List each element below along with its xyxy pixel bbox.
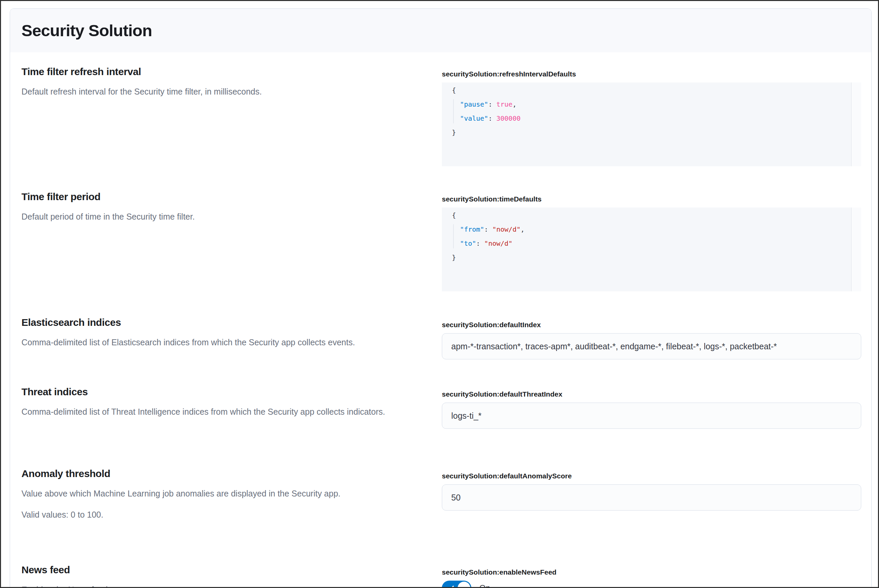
settings-card-header: Security Solution bbox=[10, 9, 871, 52]
setting-description: Enables the News feed bbox=[21, 584, 417, 588]
setting-input-default-index[interactable] bbox=[442, 333, 861, 359]
page-title: Security Solution bbox=[21, 21, 152, 40]
editor-scrollbar[interactable] bbox=[851, 207, 861, 291]
setting-info: Time filter refresh intervalDefault refr… bbox=[21, 66, 442, 98]
setting-info: Elasticsearch indicesComma-delimited lis… bbox=[21, 316, 442, 348]
setting-description: Comma-delimited list of Threat Intellige… bbox=[21, 406, 417, 418]
enable-news-feed-toggle[interactable] bbox=[442, 580, 471, 588]
setting-title: Time filter refresh interval bbox=[21, 66, 428, 78]
setting-title: Threat indices bbox=[21, 386, 428, 398]
code-line: { bbox=[452, 83, 850, 97]
setting-control: securitySolution:defaultThreatIndex bbox=[442, 386, 861, 429]
setting-title: News feed bbox=[21, 564, 428, 576]
check-icon bbox=[446, 584, 455, 588]
setting-key-label: securitySolution:enableNewsFeed bbox=[442, 568, 861, 577]
indent-guide bbox=[453, 99, 454, 123]
setting-key-label: securitySolution:timeDefaults bbox=[442, 195, 861, 204]
code-line: { bbox=[452, 208, 850, 222]
editor-scrollbar[interactable] bbox=[851, 82, 861, 166]
setting-key-label: securitySolution:defaultAnomalyScore bbox=[442, 472, 861, 480]
setting-description: Default period of time in the Security t… bbox=[21, 211, 417, 223]
setting-info: Anomaly thresholdValue above which Machi… bbox=[21, 468, 442, 520]
setting-title: Time filter period bbox=[21, 191, 428, 203]
setting-key-label: securitySolution:defaultIndex bbox=[442, 321, 861, 329]
code-line: } bbox=[452, 250, 850, 264]
setting-row-time-defaults: Time filter periodDefault period of time… bbox=[21, 191, 861, 291]
setting-key-label: securitySolution:defaultThreatIndex bbox=[442, 390, 861, 399]
setting-input-default-anomaly-score[interactable] bbox=[442, 484, 861, 510]
toggle-state-label: On bbox=[479, 583, 490, 588]
setting-description: Default refresh interval for the Securit… bbox=[21, 86, 417, 98]
setting-control: securitySolution:timeDefaults{ "from": "… bbox=[442, 191, 861, 291]
code-line: "from": "now/d", bbox=[452, 222, 850, 236]
setting-row-default-anomaly-score: Anomaly thresholdValue above which Machi… bbox=[21, 468, 861, 520]
code-line: "to": "now/d" bbox=[452, 236, 850, 250]
json-editor-time-defaults[interactable]: { "from": "now/d", "to": "now/d"} bbox=[442, 207, 861, 291]
json-editor-refresh-interval-defaults[interactable]: { "pause": true, "value": 300000} bbox=[442, 82, 861, 166]
setting-row-default-threat-index: Threat indicesComma-delimited list of Th… bbox=[21, 386, 861, 429]
setting-control: securitySolution:enableNewsFeedOn bbox=[442, 564, 861, 588]
setting-title: Elasticsearch indices bbox=[21, 316, 428, 328]
indent-guide bbox=[453, 224, 454, 248]
setting-row-refresh-interval-defaults: Time filter refresh intervalDefault refr… bbox=[21, 66, 861, 166]
setting-row-default-index: Elasticsearch indicesComma-delimited lis… bbox=[21, 316, 861, 359]
setting-control: securitySolution:defaultIndex bbox=[442, 316, 861, 359]
setting-row-enable-news-feed: News feedEnables the News feedsecuritySo… bbox=[21, 564, 861, 588]
toggle-knob bbox=[458, 582, 470, 588]
setting-input-default-threat-index[interactable] bbox=[442, 403, 861, 429]
code-line: "value": 300000 bbox=[452, 111, 850, 125]
setting-info: Threat indicesComma-delimited list of Th… bbox=[21, 386, 442, 418]
settings-card: Security Solution Time filter refresh in… bbox=[10, 8, 872, 588]
setting-description: Valid values: 0 to 100. bbox=[21, 509, 417, 520]
setting-control: securitySolution:refreshIntervalDefaults… bbox=[442, 66, 861, 166]
setting-description: Value above which Machine Learning job a… bbox=[21, 488, 417, 500]
setting-control: securitySolution:defaultAnomalyScore bbox=[442, 468, 861, 510]
setting-key-label: securitySolution:refreshIntervalDefaults bbox=[442, 70, 861, 78]
setting-info: News feedEnables the News feed bbox=[21, 564, 442, 588]
code-line: } bbox=[452, 125, 850, 140]
setting-title: Anomaly threshold bbox=[21, 468, 428, 480]
switch-control: On bbox=[442, 580, 861, 588]
page-frame: { "header": { "title": "Security Solutio… bbox=[0, 0, 879, 588]
settings-list: Time filter refresh intervalDefault refr… bbox=[10, 52, 871, 588]
setting-description: Comma-delimited list of Elasticsearch in… bbox=[21, 337, 417, 348]
setting-info: Time filter periodDefault period of time… bbox=[21, 191, 442, 223]
code-line: "pause": true, bbox=[452, 97, 850, 111]
